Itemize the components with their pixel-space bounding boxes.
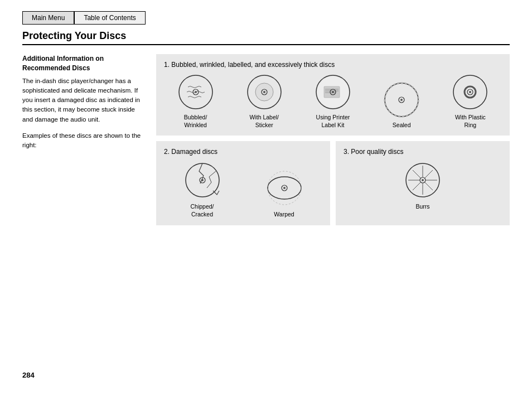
section-3-disc-row: Burrs: [344, 160, 502, 211]
page-title: Protecting Your Discs: [22, 30, 510, 45]
disc-warped: Warped: [264, 168, 304, 219]
disc-plastic-ring-caption: With PlasticRing: [455, 114, 486, 129]
disc-warped-caption: Warped: [274, 211, 294, 219]
disc-label-sticker: With Label/Sticker: [245, 73, 283, 129]
toc-button[interactable]: Table of Contents: [74, 11, 145, 25]
disc-plastic-ring-icon: [451, 73, 489, 111]
bottom-sections: 2. Damaged discs: [156, 141, 510, 225]
disc-sealed-caption: Sealed: [393, 122, 411, 129]
section-body-1: The in-dash disc player/changer has a so…: [22, 76, 145, 124]
page-number: 284: [22, 371, 35, 379]
disc-bubbled-icon: [177, 73, 215, 111]
disc-printer-icon: [314, 73, 352, 111]
disc-printer-caption: Using PrinterLabel Kit: [316, 114, 350, 129]
svg-line-40: [425, 182, 433, 190]
disc-chipped-caption: Chipped/Cracked: [190, 203, 214, 218]
svg-point-14: [332, 91, 334, 93]
disc-burrs-icon: [403, 160, 443, 200]
disc-warped-icon: [264, 168, 304, 208]
content-area: Additional Information on Recommended Di…: [22, 54, 510, 225]
disc-bubbled-caption: Bubbled/Wrinkled: [184, 114, 207, 129]
section-2-disc-row: Chipped/Cracked Warped: [164, 160, 322, 218]
disc-burrs-caption: Burrs: [415, 203, 429, 211]
section-body-2: Examples of these discs are shown to the…: [22, 131, 145, 151]
disc-chipped-icon: [182, 160, 223, 200]
disc-chipped-cracked: Chipped/Cracked: [182, 160, 223, 218]
section-1-label: 1. Bubbled, wrinkled, labelled, and exce…: [164, 61, 502, 69]
section-1-disc-row: Bubbled/Wrinkled With Label/Sticker: [164, 73, 502, 129]
disc-plastic-ring: With PlasticRing: [451, 73, 489, 129]
section-heading: Additional Information on Recommended Di…: [22, 54, 145, 73]
section-2-label: 2. Damaged discs: [164, 148, 322, 156]
left-column: Additional Information on Recommended Di…: [22, 54, 145, 225]
disc-sealed: Sealed: [383, 81, 420, 129]
right-column: 1. Bubbled, wrinkled, labelled, and exce…: [156, 54, 510, 225]
svg-point-6: [263, 91, 265, 93]
disc-label-caption: With Label/Sticker: [250, 114, 279, 129]
section-3-box: 3. Poor quality discs: [336, 141, 510, 225]
svg-point-29: [283, 187, 286, 189]
section-2-box: 2. Damaged discs: [156, 141, 330, 225]
disc-printer-kit: Using PrinterLabel Kit: [314, 73, 352, 129]
section-3-label: 3. Poor quality discs: [344, 148, 502, 156]
svg-point-18: [400, 99, 403, 101]
disc-sealed-icon: [383, 81, 420, 119]
svg-line-38: [425, 170, 433, 178]
page-wrapper: Main Menu Table of Contents Protecting Y…: [0, 0, 532, 396]
disc-label-icon: [245, 73, 283, 111]
svg-point-32: [422, 179, 424, 181]
main-menu-button[interactable]: Main Menu: [22, 11, 74, 25]
section-1-box: 1. Bubbled, wrinkled, labelled, and exce…: [156, 54, 510, 136]
nav-buttons: Main Menu Table of Contents: [22, 11, 510, 25]
disc-burrs: Burrs: [403, 160, 443, 211]
svg-line-39: [413, 182, 420, 190]
svg-point-22: [469, 91, 471, 93]
disc-bubbled-wrinkled: Bubbled/Wrinkled: [177, 73, 215, 129]
svg-line-37: [413, 170, 420, 178]
